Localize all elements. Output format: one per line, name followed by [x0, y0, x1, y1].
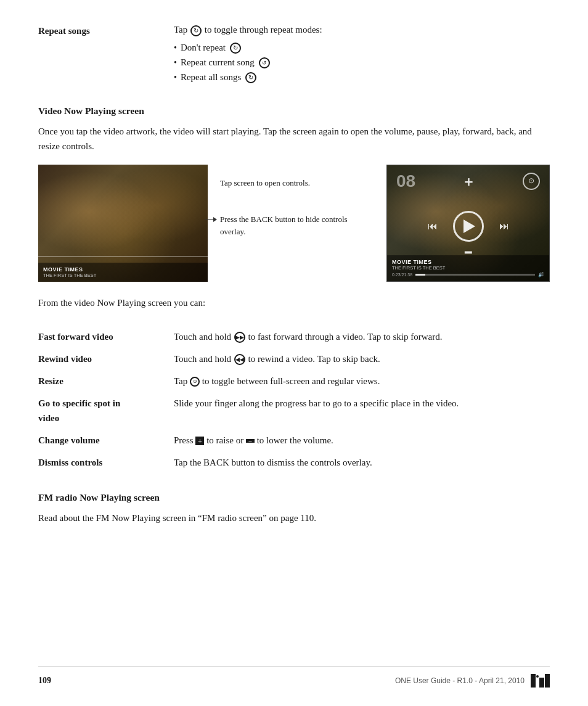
repeat-label: Repeat songs	[38, 25, 174, 87]
feature-desc-2: Touch and hold ◀◀ to rewind a video. Tap…	[174, 348, 550, 370]
progress-track	[415, 274, 535, 276]
repeat-section: Repeat songs Tap ↻ to toggle through rep…	[38, 25, 550, 87]
arrow-head	[213, 217, 217, 222]
kin-dot	[536, 675, 539, 678]
repeat-intro: Tap ↻ to toggle through repeat modes:	[174, 25, 550, 36]
images-container: MOVIE TIMES THE FIRST IS THE BEST Tap sc…	[38, 165, 550, 282]
repeat-item-2: Repeat current song ↺	[174, 57, 550, 68]
play-triangle	[463, 220, 475, 233]
fm-section-heading: FM radio Now Playing screen	[38, 492, 550, 503]
minus-icon-inline: –	[246, 439, 255, 443]
time-display: 08	[396, 171, 415, 191]
video-controls-screen: 08 ⊙ ＋ ⏮ ⏭	[386, 165, 550, 282]
thumbnail-title-box: MOVIE TIMES THE FIRST IS THE BEST	[38, 263, 208, 282]
middle-controls: ⏮ ⏭	[428, 211, 509, 242]
play-button	[453, 211, 484, 242]
controls-screen-title: MOVIE TIMES	[392, 259, 544, 265]
progress-bar-area: 0:23/21:38 🔊	[392, 272, 544, 277]
resize-button-icon: ⊙	[523, 173, 540, 190]
feature-row-5: Change volume Press + to raise or – to l…	[38, 429, 550, 451]
page-footer: 109 ONE User Guide - R1.0 - April 21, 20…	[38, 666, 550, 688]
feature-row-4: Go to specific spot invideo Slide your f…	[38, 392, 550, 429]
annotation-arrow	[205, 217, 217, 222]
feature-row-1: Fast forward video Touch and hold ▶▶ to …	[38, 326, 550, 348]
arrow-line	[205, 219, 213, 220]
feature-label-5: Change volume	[38, 429, 174, 451]
kin-bar-3	[545, 674, 550, 688]
plus-volume-btn: ＋	[462, 173, 475, 191]
feature-desc-1: Touch and hold ▶▶ to fast forward throug…	[174, 326, 550, 348]
feature-table: Fast forward video Touch and hold ▶▶ to …	[38, 326, 550, 474]
feature-label-6: Dismiss controls	[38, 451, 174, 474]
repeat-current-icon: ↺	[259, 57, 270, 68]
repeat-list: Don't repeat ↻ Repeat current song ↺ Rep…	[174, 43, 550, 83]
progress-fill	[415, 274, 425, 276]
from-video-text: From the video Now Playing screen you ca…	[38, 295, 550, 310]
image-right: 08 ⊙ ＋ ⏮ ⏭	[386, 165, 550, 282]
feature-desc-6: Tap the BACK button to dismiss the contr…	[174, 451, 550, 474]
repeat-icon-toggle: ↻	[190, 25, 202, 36]
video-section-heading: Video Now Playing screen	[38, 105, 550, 117]
video-description: Once you tap the video artwork, the vide…	[38, 124, 550, 154]
annotation-back: Press the BACK button to hide controls o…	[220, 213, 374, 237]
controls-screen-subtitle: THE FIRST IS THE BEST	[392, 265, 544, 271]
kin-bar-2	[539, 678, 544, 688]
repeat-item-3: Repeat all songs ↻	[174, 72, 550, 83]
annotation-tap: Tap screen to open controls.	[220, 177, 374, 189]
plus-icon-inline: +	[195, 437, 204, 445]
footer-guide-text: ONE User Guide - R1.0 - April 21, 2010	[395, 676, 525, 685]
video-section: Video Now Playing screen Once you tap th…	[38, 105, 550, 474]
feature-row-6: Dismiss controls Tap the BACK button to …	[38, 451, 550, 474]
feature-row-2: Rewind video Touch and hold ◀◀ to rewind…	[38, 348, 550, 370]
feature-desc-3: Tap ⊙ to toggle between full-screen and …	[174, 370, 550, 392]
feature-label-2: Rewind video	[38, 348, 174, 370]
ff-icon: ▶▶	[234, 332, 245, 343]
resize-icon: ⊙	[190, 377, 200, 387]
progress-time: 0:23/21:38	[392, 273, 412, 277]
video-thumbnail-left: MOVIE TIMES THE FIRST IS THE BEST	[38, 165, 208, 282]
image-left: MOVIE TIMES THE FIRST IS THE BEST	[38, 165, 208, 282]
kin-bar-1	[531, 674, 536, 688]
kin-logo	[531, 674, 550, 688]
thumbnail-title-left: MOVIE TIMES	[43, 266, 203, 273]
skip-back-btn: ⏮	[428, 221, 438, 232]
thumbnail-subtitle-left: THE FIRST IS THE BEST	[43, 273, 203, 278]
page-content: Repeat songs Tap ↻ to toggle through rep…	[0, 0, 588, 575]
footer-right: ONE User Guide - R1.0 - April 21, 2010	[395, 674, 550, 688]
controls-bottom: MOVIE TIMES THE FIRST IS THE BEST 0:23/2…	[387, 255, 549, 281]
skip-fwd-btn: ⏭	[499, 221, 509, 232]
feature-label-3: Resize	[38, 370, 174, 392]
page-number: 109	[38, 676, 51, 686]
repeat-content: Tap ↻ to toggle through repeat modes: Do…	[174, 25, 550, 87]
image-annotations: Tap screen to open controls. Press the B…	[220, 165, 374, 238]
fm-description: Read about the FM Now Playing screen in …	[38, 511, 550, 525]
repeat-all-icon: ↻	[245, 72, 256, 83]
feature-desc-4: Slide your finger along the progress bar…	[174, 392, 550, 429]
feature-desc-5: Press + to raise or – to lower the volum…	[174, 429, 550, 451]
feature-label-4: Go to specific spot invideo	[38, 392, 174, 429]
feature-row-3: Resize Tap ⊙ to toggle between full-scre…	[38, 370, 550, 392]
dont-repeat-icon: ↻	[230, 43, 241, 54]
fm-section: FM radio Now Playing screen Read about t…	[38, 492, 550, 525]
thumbnail-overlay-bar	[38, 256, 208, 257]
repeat-item-1: Don't repeat ↻	[174, 43, 550, 54]
feature-label-1: Fast forward video	[38, 326, 174, 348]
rw-icon: ◀◀	[234, 354, 245, 365]
volume-icon-small: 🔊	[538, 272, 544, 277]
